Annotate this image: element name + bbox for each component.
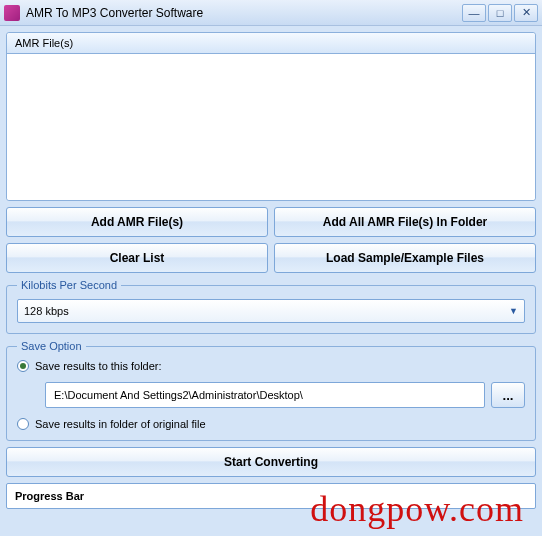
window-title: AMR To MP3 Converter Software (26, 6, 462, 20)
content-area: AMR File(s) Add AMR File(s) Add All AMR … (0, 26, 542, 515)
progress-label: Progress Bar (15, 490, 84, 502)
file-panel-header: AMR File(s) (7, 33, 535, 54)
clear-list-button[interactable]: Clear List (6, 243, 268, 273)
app-icon (4, 5, 20, 21)
close-button[interactable]: ✕ (514, 4, 538, 22)
button-row-1: Add AMR File(s) Add All AMR File(s) In F… (6, 207, 536, 237)
file-list[interactable] (7, 54, 535, 200)
save-original-label: Save results in folder of original file (35, 418, 206, 430)
save-legend: Save Option (17, 340, 86, 352)
kbps-value: 128 kbps (24, 305, 69, 317)
window-controls: — □ ✕ (462, 4, 538, 22)
titlebar: AMR To MP3 Converter Software — □ ✕ (0, 0, 542, 26)
chevron-down-icon: ▼ (509, 306, 518, 316)
folder-path-row: ... (17, 382, 525, 408)
save-original-row: Save results in folder of original file (17, 418, 525, 430)
progress-bar: Progress Bar (6, 483, 536, 509)
browse-button[interactable]: ... (491, 382, 525, 408)
load-sample-button[interactable]: Load Sample/Example Files (274, 243, 536, 273)
save-original-radio[interactable] (17, 418, 29, 430)
file-panel: AMR File(s) (6, 32, 536, 201)
start-converting-button[interactable]: Start Converting (6, 447, 536, 477)
kbps-fieldset: Kilobits Per Second 128 kbps ▼ (6, 279, 536, 334)
add-folder-button[interactable]: Add All AMR File(s) In Folder (274, 207, 536, 237)
maximize-button[interactable]: □ (488, 4, 512, 22)
save-to-folder-label: Save results to this folder: (35, 360, 162, 372)
save-to-folder-radio[interactable] (17, 360, 29, 372)
kbps-legend: Kilobits Per Second (17, 279, 121, 291)
kbps-select[interactable]: 128 kbps ▼ (17, 299, 525, 323)
save-to-folder-row: Save results to this folder: (17, 360, 525, 372)
save-option-fieldset: Save Option Save results to this folder:… (6, 340, 536, 441)
minimize-button[interactable]: — (462, 4, 486, 22)
folder-path-input[interactable] (45, 382, 485, 408)
button-row-2: Clear List Load Sample/Example Files (6, 243, 536, 273)
add-files-button[interactable]: Add AMR File(s) (6, 207, 268, 237)
